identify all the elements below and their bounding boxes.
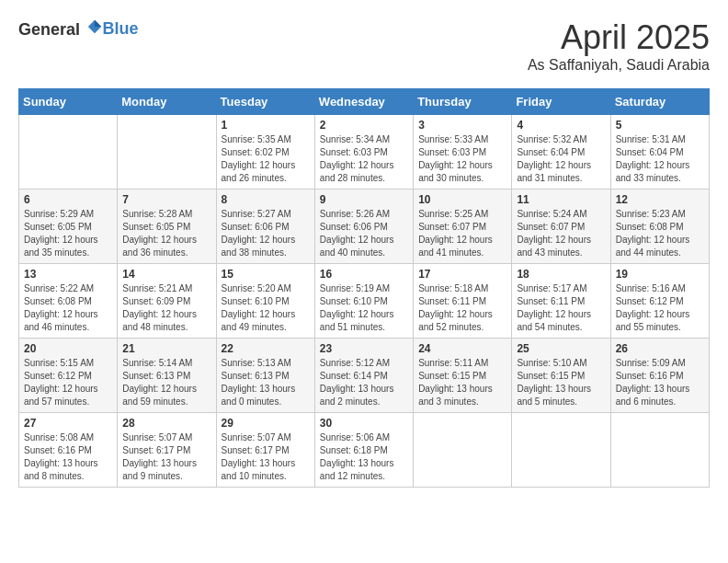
calendar-cell: 10Sunrise: 5:25 AM Sunset: 6:07 PM Dayli…	[414, 190, 512, 264]
title-area: April 2025 As Saffaniyah, Saudi Arabia	[528, 18, 710, 74]
calendar-cell: 21Sunrise: 5:14 AM Sunset: 6:13 PM Dayli…	[118, 339, 216, 413]
day-info: Sunrise: 5:15 AM Sunset: 6:12 PM Dayligh…	[24, 357, 112, 408]
calendar-cell: 9Sunrise: 5:26 AM Sunset: 6:06 PM Daylig…	[314, 190, 413, 264]
day-number: 25	[517, 342, 605, 355]
logo: General Blue	[18, 18, 139, 40]
calendar-cell: 18Sunrise: 5:17 AM Sunset: 6:11 PM Dayli…	[512, 264, 610, 339]
calendar-cell	[19, 115, 118, 190]
day-number: 22	[222, 342, 310, 355]
day-info: Sunrise: 5:33 AM Sunset: 6:03 PM Dayligh…	[418, 133, 506, 185]
day-info: Sunrise: 5:25 AM Sunset: 6:07 PM Dayligh…	[418, 208, 506, 259]
day-info: Sunrise: 5:22 AM Sunset: 6:08 PM Dayligh…	[24, 282, 112, 334]
calendar-cell: 8Sunrise: 5:27 AM Sunset: 6:06 PM Daylig…	[216, 190, 314, 264]
day-info: Sunrise: 5:14 AM Sunset: 6:13 PM Dayligh…	[122, 357, 210, 408]
day-number: 3	[418, 119, 506, 132]
day-info: Sunrise: 5:10 AM Sunset: 6:15 PM Dayligh…	[517, 357, 605, 408]
calendar-cell: 13Sunrise: 5:22 AM Sunset: 6:08 PM Dayli…	[19, 264, 118, 339]
calendar-week-row: 13Sunrise: 5:22 AM Sunset: 6:08 PM Dayli…	[19, 264, 710, 339]
day-number: 12	[616, 193, 704, 206]
calendar-cell	[118, 115, 216, 190]
logo-general-text: General	[18, 20, 80, 39]
day-number: 10	[418, 193, 506, 206]
day-number: 5	[616, 119, 704, 132]
day-info: Sunrise: 5:19 AM Sunset: 6:10 PM Dayligh…	[320, 282, 408, 334]
day-info: Sunrise: 5:27 AM Sunset: 6:06 PM Dayligh…	[222, 208, 310, 259]
calendar-cell	[414, 413, 512, 488]
day-number: 21	[122, 342, 210, 355]
day-number: 17	[418, 268, 506, 281]
calendar-cell: 29Sunrise: 5:07 AM Sunset: 6:17 PM Dayli…	[216, 413, 314, 488]
month-title: April 2025	[528, 18, 710, 57]
day-number: 28	[122, 417, 210, 430]
day-number: 20	[24, 342, 112, 355]
calendar-cell: 15Sunrise: 5:20 AM Sunset: 6:10 PM Dayli…	[216, 264, 314, 339]
day-of-week-header: Sunday	[19, 89, 118, 115]
day-number: 8	[222, 193, 310, 206]
day-number: 14	[122, 268, 210, 281]
day-info: Sunrise: 5:26 AM Sunset: 6:06 PM Dayligh…	[320, 208, 408, 259]
day-info: Sunrise: 5:32 AM Sunset: 6:04 PM Dayligh…	[517, 133, 605, 185]
calendar-cell: 23Sunrise: 5:12 AM Sunset: 6:14 PM Dayli…	[314, 339, 413, 413]
day-info: Sunrise: 5:20 AM Sunset: 6:10 PM Dayligh…	[222, 282, 310, 334]
day-info: Sunrise: 5:06 AM Sunset: 6:18 PM Dayligh…	[320, 431, 408, 483]
calendar-cell: 30Sunrise: 5:06 AM Sunset: 6:18 PM Dayli…	[314, 413, 413, 488]
day-number: 19	[616, 268, 704, 281]
day-of-week-header: Saturday	[610, 89, 709, 115]
day-number: 23	[320, 342, 408, 355]
day-info: Sunrise: 5:09 AM Sunset: 6:16 PM Dayligh…	[616, 357, 704, 408]
calendar-cell	[512, 413, 610, 488]
day-info: Sunrise: 5:13 AM Sunset: 6:13 PM Dayligh…	[222, 357, 310, 408]
day-info: Sunrise: 5:35 AM Sunset: 6:02 PM Dayligh…	[222, 133, 310, 185]
calendar-cell: 7Sunrise: 5:28 AM Sunset: 6:05 PM Daylig…	[118, 190, 216, 264]
calendar-cell: 5Sunrise: 5:31 AM Sunset: 6:04 PM Daylig…	[610, 115, 709, 190]
day-info: Sunrise: 5:31 AM Sunset: 6:04 PM Dayligh…	[616, 133, 704, 185]
day-info: Sunrise: 5:07 AM Sunset: 6:17 PM Dayligh…	[222, 431, 310, 483]
day-info: Sunrise: 5:34 AM Sunset: 6:03 PM Dayligh…	[320, 133, 408, 185]
day-number: 4	[517, 119, 605, 132]
day-number: 9	[320, 193, 408, 206]
day-number: 18	[517, 268, 605, 281]
day-info: Sunrise: 5:08 AM Sunset: 6:16 PM Dayligh…	[24, 431, 112, 483]
calendar-cell: 14Sunrise: 5:21 AM Sunset: 6:09 PM Dayli…	[118, 264, 216, 339]
day-number: 1	[222, 119, 310, 132]
day-of-week-header: Monday	[118, 89, 216, 115]
calendar-cell: 6Sunrise: 5:29 AM Sunset: 6:05 PM Daylig…	[19, 190, 118, 264]
calendar-cell: 12Sunrise: 5:23 AM Sunset: 6:08 PM Dayli…	[610, 190, 709, 264]
calendar-cell: 19Sunrise: 5:16 AM Sunset: 6:12 PM Dayli…	[610, 264, 709, 339]
location-subtitle: As Saffaniyah, Saudi Arabia	[528, 57, 710, 74]
day-number: 11	[517, 193, 605, 206]
day-number: 15	[222, 268, 310, 281]
day-number: 2	[320, 119, 408, 132]
calendar-week-row: 20Sunrise: 5:15 AM Sunset: 6:12 PM Dayli…	[19, 339, 710, 413]
calendar-cell: 24Sunrise: 5:11 AM Sunset: 6:15 PM Dayli…	[414, 339, 512, 413]
calendar-week-row: 1Sunrise: 5:35 AM Sunset: 6:02 PM Daylig…	[19, 115, 710, 190]
day-info: Sunrise: 5:12 AM Sunset: 6:14 PM Dayligh…	[320, 357, 408, 408]
calendar-table: SundayMondayTuesdayWednesdayThursdayFrid…	[18, 88, 710, 488]
logo-icon	[86, 18, 103, 35]
calendar-cell: 26Sunrise: 5:09 AM Sunset: 6:16 PM Dayli…	[610, 339, 709, 413]
day-of-week-header: Thursday	[414, 89, 512, 115]
calendar-cell: 4Sunrise: 5:32 AM Sunset: 6:04 PM Daylig…	[512, 115, 610, 190]
day-number: 7	[122, 193, 210, 206]
day-info: Sunrise: 5:11 AM Sunset: 6:15 PM Dayligh…	[418, 357, 506, 408]
day-info: Sunrise: 5:07 AM Sunset: 6:17 PM Dayligh…	[122, 431, 210, 483]
day-number: 26	[616, 342, 704, 355]
calendar-cell: 22Sunrise: 5:13 AM Sunset: 6:13 PM Dayli…	[216, 339, 314, 413]
calendar-cell: 27Sunrise: 5:08 AM Sunset: 6:16 PM Dayli…	[19, 413, 118, 488]
calendar-cell: 16Sunrise: 5:19 AM Sunset: 6:10 PM Dayli…	[314, 264, 413, 339]
calendar-header-row: SundayMondayTuesdayWednesdayThursdayFrid…	[19, 89, 710, 115]
day-info: Sunrise: 5:23 AM Sunset: 6:08 PM Dayligh…	[616, 208, 704, 259]
day-of-week-header: Tuesday	[216, 89, 314, 115]
header: General Blue April 2025 As Saffaniyah, S…	[18, 18, 710, 74]
day-info: Sunrise: 5:24 AM Sunset: 6:07 PM Dayligh…	[517, 208, 605, 259]
svg-marker-1	[95, 20, 101, 27]
day-of-week-header: Friday	[512, 89, 610, 115]
day-number: 16	[320, 268, 408, 281]
logo-blue-text: Blue	[103, 19, 139, 38]
calendar-cell: 2Sunrise: 5:34 AM Sunset: 6:03 PM Daylig…	[314, 115, 413, 190]
calendar-cell: 25Sunrise: 5:10 AM Sunset: 6:15 PM Dayli…	[512, 339, 610, 413]
day-number: 29	[222, 417, 310, 430]
calendar-cell: 28Sunrise: 5:07 AM Sunset: 6:17 PM Dayli…	[118, 413, 216, 488]
day-number: 6	[24, 193, 112, 206]
calendar-week-row: 6Sunrise: 5:29 AM Sunset: 6:05 PM Daylig…	[19, 190, 710, 264]
